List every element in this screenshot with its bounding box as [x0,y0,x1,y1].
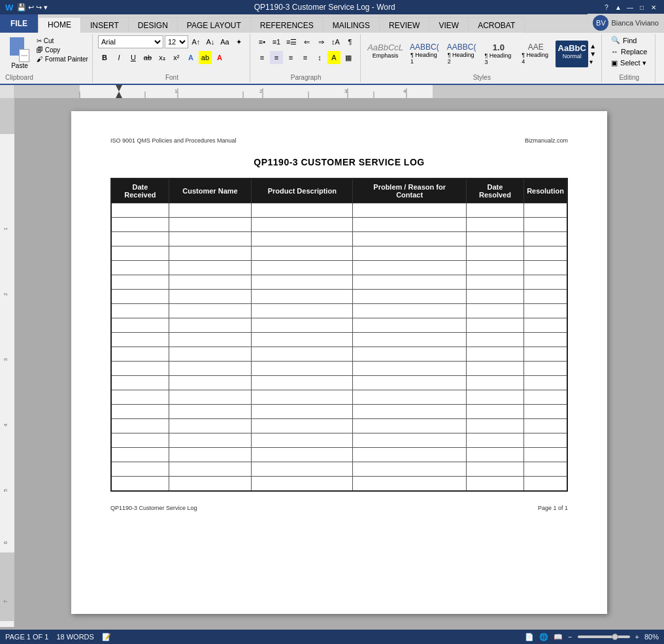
align-center-btn[interactable]: ≡ [270,51,283,64]
table-cell[interactable] [111,290,169,304]
table-cell[interactable] [111,333,169,347]
style-emphasis[interactable]: AaBbCcL Emphasis [366,41,405,67]
tab-page-layout[interactable]: PAGE LAYOUT [178,17,251,33]
view-read-icon[interactable]: 📖 [554,633,563,641]
tab-home[interactable]: HOME [38,17,81,33]
table-cell[interactable] [252,261,353,275]
table-cell[interactable] [524,218,567,232]
table-cell[interactable] [252,246,353,261]
table-cell[interactable] [524,376,567,390]
style-heading1[interactable]: AABBC( ¶ Heading 1 [407,41,442,67]
table-cell[interactable] [111,218,169,232]
table-cell[interactable] [169,261,251,275]
table-cell[interactable] [169,218,251,232]
justify-btn[interactable]: ≡ [299,51,312,64]
table-cell[interactable] [169,304,251,318]
view-print-icon[interactable]: 📄 [525,633,534,641]
table-cell[interactable] [524,232,567,246]
table-cell[interactable] [252,405,353,419]
table-cell[interactable] [353,390,466,405]
table-cell[interactable] [466,448,523,462]
table-cell[interactable] [524,203,567,218]
table-cell[interactable] [353,333,466,347]
table-cell[interactable] [524,318,567,333]
tab-file[interactable]: FILE [0,14,38,33]
table-cell[interactable] [169,477,251,491]
table-cell[interactable] [252,290,353,304]
table-cell[interactable] [353,448,466,462]
table-cell[interactable] [353,275,466,290]
table-cell[interactable] [169,433,251,448]
close-btn[interactable]: ✕ [648,3,659,12]
table-cell[interactable] [111,433,169,448]
table-cell[interactable] [466,203,523,218]
table-cell[interactable] [252,419,353,433]
table-cell[interactable] [111,203,169,218]
table-cell[interactable] [111,405,169,419]
table-cell[interactable] [524,275,567,290]
table-cell[interactable] [252,333,353,347]
table-cell[interactable] [353,376,466,390]
subscript-btn[interactable]: x₂ [156,51,169,64]
clear-format-btn[interactable]: ✦ [233,35,246,48]
table-cell[interactable] [111,390,169,405]
zoom-in-btn[interactable]: + [635,633,639,641]
paste-button[interactable]: Paste [5,35,34,73]
table-cell[interactable] [524,333,567,347]
styles-scroll-arrows[interactable]: ▲ ▼ ▾ [588,41,597,67]
table-cell[interactable] [466,318,523,333]
table-cell[interactable] [252,477,353,491]
tab-mailings[interactable]: MAILINGS [324,17,380,33]
table-cell[interactable] [524,433,567,448]
table-cell[interactable] [169,376,251,390]
table-cell[interactable] [524,477,567,491]
table-cell[interactable] [111,347,169,362]
italic-btn[interactable]: I [112,51,125,64]
table-cell[interactable] [111,261,169,275]
table-cell[interactable] [466,362,523,376]
font-size-select[interactable]: 12 [165,35,188,48]
table-cell[interactable] [252,304,353,318]
table-cell[interactable] [353,462,466,477]
table-cell[interactable] [353,203,466,218]
table-cell[interactable] [353,318,466,333]
maximize-btn[interactable]: □ [637,3,647,12]
table-cell[interactable] [466,304,523,318]
table-cell[interactable] [111,362,169,376]
table-cell[interactable] [353,232,466,246]
replace-button[interactable]: ↔ Replace [608,47,650,56]
line-spacing-btn[interactable]: ↕ [313,51,326,64]
table-cell[interactable] [169,448,251,462]
underline-btn[interactable]: U [127,51,140,64]
cut-button[interactable]: ✂ Cut [35,37,90,45]
sort-btn[interactable]: ↕A [329,35,342,48]
table-cell[interactable] [169,275,251,290]
table-cell[interactable] [169,462,251,477]
select-button[interactable]: ▣ Select ▾ [608,58,649,68]
table-cell[interactable] [466,333,523,347]
change-case-btn[interactable]: Aa [218,35,231,48]
table-cell[interactable] [252,275,353,290]
table-cell[interactable] [353,477,466,491]
styles-expand-arrow[interactable]: ▾ [589,58,596,65]
table-cell[interactable] [169,347,251,362]
copy-button[interactable]: 🗐 Copy [35,46,90,54]
table-cell[interactable] [466,419,523,433]
table-cell[interactable] [353,419,466,433]
style-heading3[interactable]: 1.0 ¶ Heading 3 [481,41,516,67]
find-button[interactable]: 🔍 Find [608,35,639,45]
zoom-out-btn[interactable]: − [568,633,572,641]
table-cell[interactable] [353,405,466,419]
table-cell[interactable] [169,362,251,376]
table-cell[interactable] [252,347,353,362]
tab-insert[interactable]: INSERT [81,17,129,33]
table-cell[interactable] [111,318,169,333]
align-left-btn[interactable]: ≡ [256,51,269,64]
bold-btn[interactable]: B [98,51,111,64]
table-cell[interactable] [252,203,353,218]
tab-view[interactable]: VIEW [429,17,469,33]
table-cell[interactable] [252,390,353,405]
style-heading4[interactable]: AAE ¶ Heading 4 [518,41,553,67]
table-cell[interactable] [252,218,353,232]
align-right-btn[interactable]: ≡ [284,51,297,64]
